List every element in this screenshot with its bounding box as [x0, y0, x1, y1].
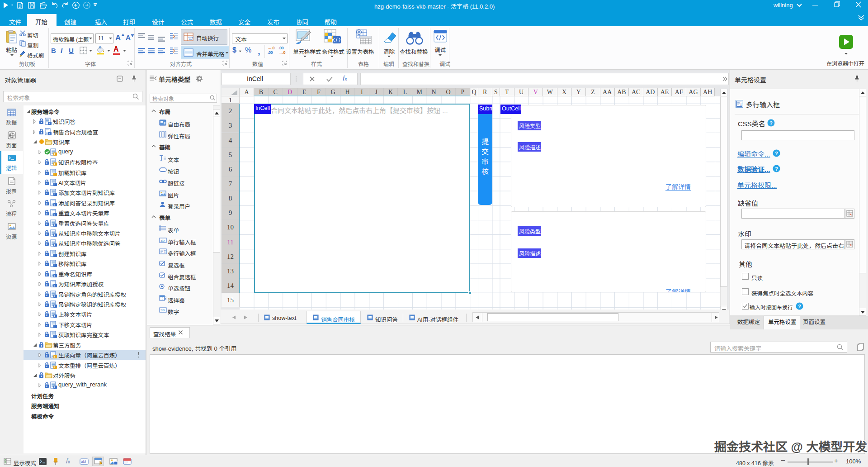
- svg-text:?: ?: [775, 151, 778, 156]
- svg-text:99: 99: [160, 308, 165, 312]
- svg-text:?: ?: [775, 166, 778, 172]
- svg-text:ab: ab: [160, 238, 165, 243]
- svg-text:?: ?: [769, 120, 773, 126]
- svg-text:T: T: [164, 249, 166, 254]
- svg-text:T: T: [740, 102, 742, 107]
- svg-text:?: ?: [798, 304, 801, 309]
- svg-text:abl: abl: [81, 459, 86, 464]
